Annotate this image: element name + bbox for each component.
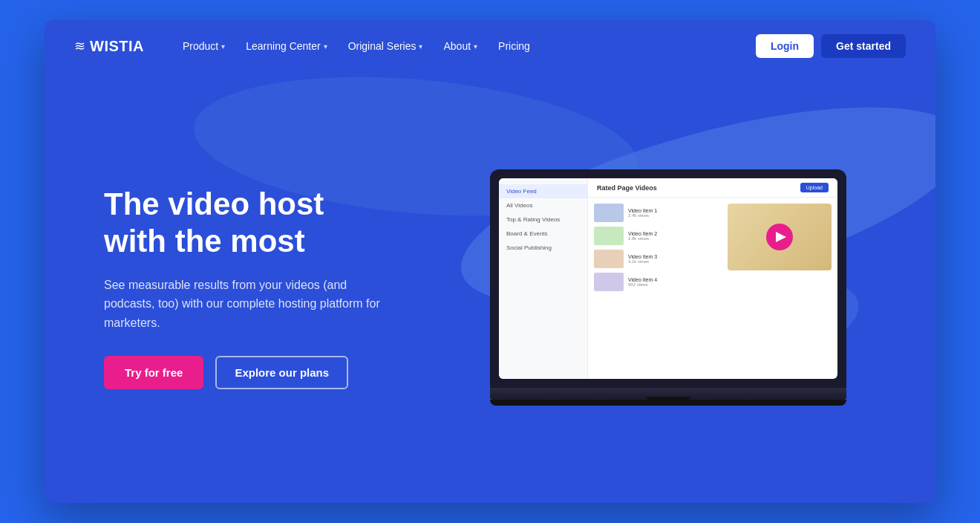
- nav-item-about[interactable]: About ▾: [434, 36, 486, 56]
- play-button[interactable]: [766, 224, 793, 250]
- hero-visual: Video Feed All Videos Top & Rating Video…: [431, 169, 906, 406]
- screen-video-list: Video Item 1 2.4k views Video Item 2: [594, 204, 722, 373]
- nav-item-learning-center[interactable]: Learning Center ▾: [237, 36, 336, 56]
- video-title: Video Item 3: [628, 254, 722, 259]
- sidebar-item-all-videos: All Videos: [499, 198, 587, 212]
- explore-plans-button[interactable]: Explore our plans: [215, 356, 348, 389]
- nav-item-pricing[interactable]: Pricing: [489, 36, 539, 56]
- laptop-stand: [490, 400, 846, 406]
- hero-content: The video host with the most See measura…: [104, 186, 386, 390]
- preview-video: [728, 204, 832, 270]
- video-meta: 992 views: [628, 282, 722, 287]
- hero-section: The video host with the most See measura…: [45, 72, 935, 503]
- laptop-screen: Video Feed All Videos Top & Rating Video…: [499, 178, 837, 379]
- laptop-mockup: Video Feed All Videos Top & Rating Video…: [490, 169, 846, 406]
- play-icon: [776, 232, 786, 242]
- screen-main: Rated Page Videos Upload Video Item 1: [588, 178, 837, 379]
- screen-sidebar: Video Feed All Videos Top & Rating Video…: [499, 178, 588, 379]
- browser-window: ≋ WISTIA Product ▾ Learning Center ▾ Ori…: [45, 20, 935, 503]
- screen-preview-panel: [728, 204, 832, 373]
- laptop-body: Video Feed All Videos Top & Rating Video…: [490, 169, 846, 388]
- logo-icon: ≋: [74, 38, 85, 54]
- video-list-item: Video Item 4 992 views: [594, 273, 722, 291]
- nav-item-original-series[interactable]: Original Series ▾: [339, 36, 432, 56]
- video-meta: 1.8k views: [628, 236, 722, 241]
- try-free-button[interactable]: Try for free: [104, 356, 203, 389]
- chevron-down-icon: ▾: [419, 42, 422, 51]
- sidebar-item-social: Social Publishing: [499, 241, 587, 255]
- chevron-down-icon: ▾: [474, 42, 477, 51]
- get-started-button[interactable]: Get started: [821, 34, 906, 58]
- video-title: Video Item 1: [628, 208, 722, 213]
- laptop-base: [490, 388, 846, 400]
- video-info: Video Item 3 3.1k views: [628, 254, 722, 264]
- video-thumbnail: [594, 227, 624, 245]
- video-list-item: Video Item 3 3.1k views: [594, 250, 722, 268]
- nav-item-product[interactable]: Product ▾: [174, 36, 234, 56]
- hero-subtitle: See measurable results from your videos …: [104, 276, 386, 333]
- screen-topbar-title: Rated Page Videos: [597, 184, 657, 192]
- chevron-down-icon: ▾: [324, 42, 327, 51]
- sidebar-item-top-rating: Top & Rating Videos: [499, 212, 587, 227]
- screen-content: Video Feed All Videos Top & Rating Video…: [499, 178, 837, 379]
- video-thumbnail: [594, 273, 624, 291]
- video-thumbnail: [594, 250, 624, 268]
- video-title: Video Item 2: [628, 231, 722, 236]
- screen-topbar: Rated Page Videos Upload: [588, 178, 837, 198]
- video-info: Video Item 2 1.8k views: [628, 231, 722, 241]
- video-thumbnail: [594, 204, 624, 222]
- nav-links: Product ▾ Learning Center ▾ Original Ser…: [174, 36, 756, 56]
- video-info: Video Item 1 2.4k views: [628, 208, 722, 218]
- sidebar-item-board-events: Board & Events: [499, 227, 587, 241]
- sidebar-item-video-feed: Video Feed: [499, 184, 587, 198]
- logo-text: WISTIA: [90, 38, 144, 55]
- navbar: ≋ WISTIA Product ▾ Learning Center ▾ Ori…: [45, 20, 935, 72]
- video-meta: 2.4k views: [628, 213, 722, 218]
- screen-content-area: Video Item 1 2.4k views Video Item 2: [588, 198, 837, 379]
- hero-title: The video host with the most: [104, 186, 386, 261]
- chevron-down-icon: ▾: [221, 42, 225, 51]
- login-button[interactable]: Login: [756, 34, 814, 58]
- nav-actions: Login Get started: [756, 34, 906, 58]
- video-list-item: Video Item 1 2.4k views: [594, 204, 722, 222]
- video-meta: 3.1k views: [628, 259, 722, 264]
- video-title: Video Item 4: [628, 277, 722, 282]
- logo[interactable]: ≋ WISTIA: [74, 38, 144, 55]
- video-info: Video Item 4 992 views: [628, 277, 722, 287]
- hero-buttons: Try for free Explore our plans: [104, 356, 386, 389]
- screen-upload-button: Upload: [800, 183, 829, 192]
- video-list-item: Video Item 2 1.8k views: [594, 227, 722, 245]
